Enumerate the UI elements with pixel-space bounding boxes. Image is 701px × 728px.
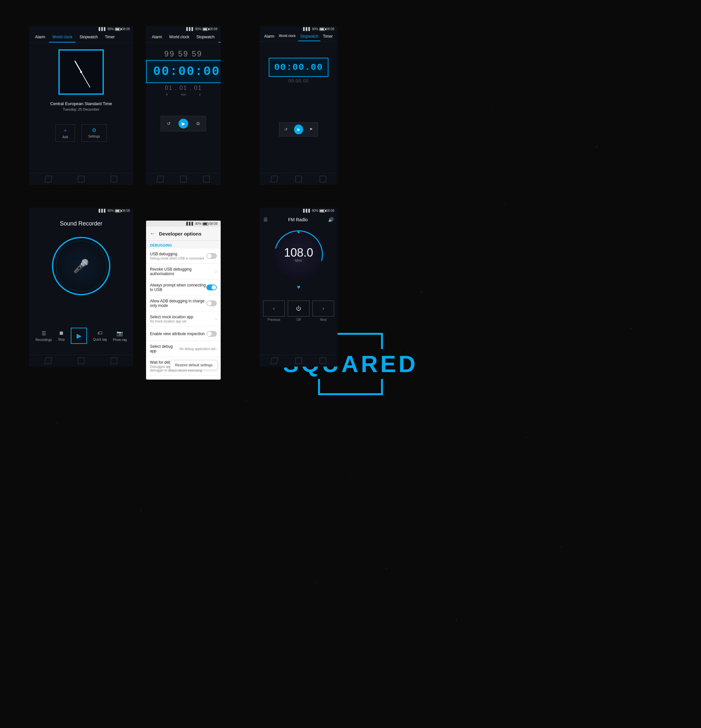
time-5: 08:08 — [209, 222, 217, 225]
status-bar-3: ▋▋▋ 90% 08:08 — [260, 26, 338, 32]
tab-timer-2[interactable]: Timer — [218, 32, 221, 42]
photo-tag-button[interactable]: 📷 Photo tag — [113, 330, 127, 342]
nav-recent-4[interactable] — [111, 358, 117, 364]
status-icons-6: ▋▋▋ 90% 08:08 — [303, 209, 334, 212]
tab-stopwatch-2[interactable]: Stopwatch — [193, 32, 218, 42]
mock-location-item[interactable]: Select mock location app No mock locatio… — [146, 312, 221, 327]
fm-menu-icon[interactable]: ☰ — [263, 217, 268, 222]
sw-play-button[interactable]: ▶ — [294, 124, 304, 134]
nav-back-4[interactable] — [45, 358, 52, 364]
battery-text-1: 90% — [107, 27, 114, 31]
clock-analog — [58, 49, 104, 95]
quick-tag-label: Quick tag — [93, 338, 107, 341]
view-attribute-toggle[interactable] — [207, 331, 217, 337]
tab-worldclock-3[interactable]: World clock — [277, 32, 298, 41]
usb-debugging-toggle[interactable] — [207, 253, 217, 259]
fm-next-button[interactable]: › — [312, 300, 334, 316]
battery-fill-4 — [116, 210, 119, 212]
nav-home-3[interactable] — [295, 176, 302, 182]
adb-charge-toggle[interactable] — [207, 300, 217, 306]
nav-back-6[interactable] — [271, 358, 279, 364]
nav-recent-2[interactable] — [203, 176, 210, 182]
tab-stopwatch-1[interactable]: Stopwatch — [76, 32, 101, 42]
nav-recent-3[interactable] — [320, 176, 326, 182]
nav-back-2[interactable] — [156, 176, 164, 182]
timer-play-button[interactable]: ▶ — [178, 119, 188, 129]
status-icons-4: ▋▋▋ 90% 08:08 — [99, 209, 130, 212]
battery-icon-1 — [115, 27, 121, 31]
recordings-icon: ☰ — [42, 330, 46, 337]
verify-apps-title: Verify apps over USB — [150, 379, 207, 380]
sw-flag-button[interactable]: ⚑ — [306, 124, 316, 134]
tab-worldclock-1[interactable]: World clock — [49, 32, 76, 42]
sw-reset-button[interactable]: ↺ — [281, 124, 291, 134]
fm-dial[interactable]: 108.0 MHz — [273, 229, 325, 281]
back-arrow-button[interactable]: ← — [150, 231, 155, 237]
signal-icon-4: ▋▋▋ — [99, 209, 107, 212]
view-attribute-title: Enable view attribute inspection — [150, 332, 207, 336]
photo-tag-label: Photo tag — [113, 338, 127, 342]
mock-location-chevron: › — [215, 316, 217, 322]
tab-timer-1[interactable]: Timer — [101, 32, 118, 42]
fm-off-label: Off — [288, 318, 309, 322]
add-clock-button[interactable]: ＋ Add — [55, 124, 75, 142]
add-icon: ＋ — [63, 127, 68, 134]
nav-recent-6[interactable] — [320, 358, 326, 364]
nav-back-1[interactable] — [45, 176, 52, 182]
nav-bar-6 — [260, 355, 338, 367]
debug-app-value: No debug application set — [179, 347, 215, 351]
timer-reset-button[interactable]: ↺ — [164, 119, 173, 129]
fm-favorite-icon[interactable]: ♥ — [297, 284, 301, 291]
debug-app-chevron: › — [215, 346, 217, 351]
tab-worldclock-2[interactable]: World clock — [166, 32, 192, 42]
battery-fill-3 — [320, 28, 324, 30]
signal-icon-6: ▋▋▋ — [303, 209, 311, 212]
status-bar-5: ▋▋▋ 90% 08:08 — [146, 221, 221, 227]
fm-header: ☰ FM Radio 🔊 — [260, 214, 338, 225]
tab-stopwatch-3[interactable]: Stopwatch — [298, 32, 320, 41]
fm-previous-label: Previous — [263, 318, 285, 322]
tab-alarm-1[interactable]: Alarm — [32, 32, 48, 42]
signal-icon-1: ▋▋▋ — [99, 27, 107, 31]
fm-power-icon: ⏻ — [296, 306, 301, 312]
revoke-usb-item[interactable]: Revoke USB debugging authorisations › — [146, 264, 221, 280]
nav-home-6[interactable] — [295, 358, 302, 364]
tab-alarm-2[interactable]: Alarm — [149, 32, 165, 42]
timer-label-min: min — [181, 93, 186, 96]
play-record-button[interactable]: ▶ — [71, 328, 87, 344]
time-1: 08:08 — [122, 27, 130, 31]
verify-apps-text: Verify apps over USB Check apps installe… — [150, 379, 207, 380]
tab-timer-3[interactable]: Timer — [321, 32, 335, 41]
time-6: 08:08 — [326, 209, 334, 212]
fm-previous-button[interactable]: ‹ — [263, 300, 285, 316]
nav-home-4[interactable] — [78, 358, 84, 364]
stop-button[interactable]: ⏹ Stop — [58, 330, 65, 341]
timer-controls: ↺ ▶ ⚙ — [160, 116, 206, 131]
nav-recent-1[interactable] — [111, 176, 117, 182]
always-prompt-toggle[interactable] — [207, 285, 217, 290]
nav-home-2[interactable] — [180, 176, 186, 182]
restore-defaults-popup[interactable]: Restore default settings — [170, 360, 217, 370]
settings-button[interactable]: ⚙ Settings — [81, 124, 107, 142]
debug-app-title: Select debug app — [150, 344, 179, 353]
recordings-button[interactable]: ☰ Recordings — [35, 330, 52, 342]
clock-timezone: Central European Standard Time Tuesday, … — [50, 101, 112, 111]
battery-text-4: 90% — [107, 209, 114, 212]
stopwatch-controls: ↺ ▶ ⚑ — [279, 122, 318, 137]
timer-settings-button[interactable]: ⚙ — [193, 119, 203, 129]
mock-location-text: Select mock location app No mock locatio… — [150, 315, 215, 323]
nav-home-1[interactable] — [78, 176, 84, 182]
nav-back-3[interactable] — [271, 176, 279, 182]
quick-tag-button[interactable]: 🏷 Quick tag — [93, 330, 107, 341]
always-prompt-title: Always prompt when connecting to USB — [150, 283, 207, 292]
stop-label: Stop — [58, 338, 65, 341]
fm-power-button[interactable]: ⏻ — [288, 300, 309, 316]
recorder-circle[interactable]: 🎤 — [52, 237, 110, 295]
add-label: Add — [62, 135, 68, 139]
timezone-date: Tuesday, 25 December — [50, 107, 112, 111]
developer-title: Developer options — [159, 231, 202, 237]
tab-alarm-3[interactable]: Alarm — [262, 32, 276, 41]
debug-app-item[interactable]: Select debug app No debug application se… — [146, 341, 221, 357]
battery-text-3: 90% — [312, 27, 318, 31]
fm-volume-icon[interactable]: 🔊 — [328, 217, 334, 222]
